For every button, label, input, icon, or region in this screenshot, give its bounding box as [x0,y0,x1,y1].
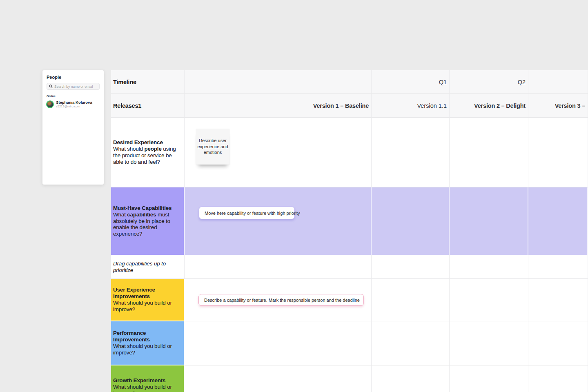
timeline-empty-cell [185,70,372,94]
growth-content-cell [185,365,372,392]
timeline-header-cell[interactable]: Timeline [111,70,185,94]
desired-experience-body: What should people using the product or … [113,146,182,165]
ux-improvements-title: User Experience Improvements [113,287,181,300]
must-have-q1-cell [372,187,450,255]
capability-description-card-text: Describe a capability or feature. Mark t… [204,298,360,303]
growth-label-cell[interactable]: Growth Experiments What should you build… [111,365,185,392]
user-list-item[interactable]: Stephania Kolarova s5212@miro.com [46,100,100,108]
performance-label-cell[interactable]: Performance Improvements What should you… [111,321,185,365]
must-have-title: Must-Have Capabilities [113,205,181,212]
growth-q1-cell [372,365,450,392]
people-panel: People Online Stephania Kolarova s5212@m… [42,70,104,185]
q1-label: Q1 [439,79,447,85]
capability-description-card[interactable]: Describe a capability or feature. Mark t… [198,294,364,306]
must-have-right-cell [528,187,588,255]
desired-experience-q1-cell [372,118,450,187]
performance-content-cell [185,321,372,365]
must-have-label-cell[interactable]: Must-Have Capabilities What capabilities… [111,187,185,255]
sticky-note-text: Describe user experience and emotions [197,138,229,156]
ux-right-cell [528,279,588,321]
drag-row-q1-cell [372,255,450,279]
ux-improvements-label-cell[interactable]: User Experience Improvements What should… [111,279,185,321]
priority-capability-card[interactable]: Move here capability or feature with hig… [199,207,295,219]
releases-label: Releases1 [113,102,182,109]
version-1-1-cell[interactable]: Version 1.1 [372,94,450,118]
drag-row-right-cell [528,255,588,279]
desired-experience-title: Desired Experience [113,139,182,146]
ux-q2-cell [450,279,528,321]
q2-label: Q2 [518,79,526,85]
online-section-label: Online [47,95,100,98]
people-panel-title: People [47,75,100,80]
people-search-input[interactable] [54,85,97,89]
growth-title: Growth Experiments [113,377,181,384]
q2-cell[interactable]: Q2 [450,70,528,94]
desired-experience-label-cell[interactable]: Desired Experience What should people us… [111,118,185,187]
people-search-box[interactable] [47,83,100,90]
version-3-label: Version 3 – [555,102,585,109]
growth-body: What should you build or improve? [113,384,181,392]
ux-improvements-body: What should you build or improve? [113,300,181,313]
must-have-body: What capabilities must absolutely be in … [113,212,181,237]
whiteboard-canvas: Timeline Q1 Q2 Releases1 Version 1 – Bas… [0,0,588,392]
ux-q1-cell [372,279,450,321]
user-avatar [46,100,54,108]
desired-experience-right-cell [528,118,588,187]
drag-row-content-cell [185,255,372,279]
drag-row-q2-cell [450,255,528,279]
roadmap-table: Timeline Q1 Q2 Releases1 Version 1 – Bas… [111,70,588,392]
priority-capability-card-text: Move here capability or feature with hig… [205,211,300,216]
releases-header-cell[interactable]: Releases1 [111,94,185,118]
version-1-label: Version 1 – Baseline [313,102,369,109]
q1-cell[interactable]: Q1 [372,70,450,94]
version-1-cell[interactable]: Version 1 – Baseline [185,94,372,118]
must-have-content-cell [185,187,372,255]
version-2-cell[interactable]: Version 2 – Delight [450,94,528,118]
desired-experience-q2-cell [450,118,528,187]
growth-right-cell [528,365,588,392]
performance-title: Performance Improvements [113,330,181,343]
search-icon [49,85,53,88]
performance-right-cell [528,321,588,365]
version-3-cell[interactable]: Version 3 – [528,94,588,118]
performance-q2-cell [450,321,528,365]
user-name: Stephania Kolarova [56,100,92,105]
growth-q2-cell [450,365,528,392]
timeline-empty-cell-right [528,70,588,94]
drag-note-text: Drag capabilities up to prioritize [113,261,182,274]
drag-note-cell[interactable]: Drag capabilities up to prioritize [111,255,185,279]
sticky-note[interactable]: Describe user experience and emotions [196,129,229,165]
timeline-label: Timeline [113,79,182,85]
version-1-1-label: Version 1.1 [417,102,447,109]
must-have-q2-cell [450,187,528,255]
version-2-label: Version 2 – Delight [474,102,526,109]
performance-q1-cell [372,321,450,365]
user-email: s5212@miro.com [56,105,92,108]
performance-body: What should you build or improve? [113,343,181,356]
